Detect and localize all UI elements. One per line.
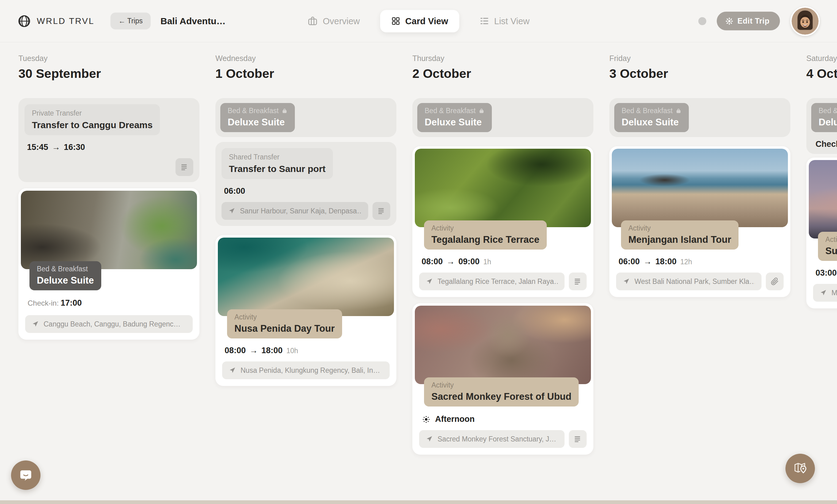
tab-list-view-label: List View <box>494 16 530 26</box>
brand-name: WRLD TRVL <box>37 16 94 26</box>
status-dot <box>698 17 706 25</box>
brand-logo: WRLD TRVL <box>17 14 94 28</box>
hotel-badge-locked: Bed & Breakfast Deluxe Suite <box>811 103 837 132</box>
card-activity-sunset[interactable]: Activity Sunse 03:00 Mou <box>806 157 837 309</box>
tab-overview[interactable]: Overview <box>307 16 360 26</box>
activity-badge: Activity Nusa Penida Day Tour <box>227 309 342 338</box>
tab-overview-label: Overview <box>323 16 360 26</box>
day-cards: Bed & Breakfast Deluxe Suite Shared Tran… <box>215 98 396 386</box>
checkin-row: Check-in: 17:00 <box>25 298 193 308</box>
day-column-saturday: Saturday 4 October Bed & Breakfast Delux <box>806 54 837 500</box>
attachment-button[interactable] <box>766 273 784 290</box>
card-category: Bed & Breakfast <box>819 107 837 115</box>
card-title: Nusa Penida Day Tour <box>234 323 335 334</box>
start-time: 06:00 <box>224 186 245 196</box>
card-activity-monkey-forest[interactable]: Activity Sacred Monkey Forest of Ubud <box>412 303 593 455</box>
gear-icon <box>725 17 733 25</box>
navigation-arrow-icon <box>426 436 433 442</box>
photo-sunset-sky <box>809 160 837 239</box>
location-text: Tegallalang Rice Terrace, Jalan Raya… <box>438 277 558 286</box>
card-activity-tegalalang[interactable]: Activity Tegalalang Rice Terrace 08:00 →… <box>412 146 593 297</box>
weekday-label: Tuesday <box>18 54 199 63</box>
hotel-badge-locked: Bed & Breakfast Deluxe Suite <box>614 103 689 132</box>
weekday-label: Wednesday <box>215 54 396 63</box>
card-title: Deluxe Suite <box>425 117 484 128</box>
day-column-tuesday: Tuesday 30 September Private Transfer Tr… <box>18 54 199 500</box>
card-category: Activity <box>825 236 837 244</box>
trip-title: Bali Adventu… <box>160 16 226 26</box>
card-title: Menjangan Island Tour <box>628 234 731 245</box>
card-hotel-deluxe-suite[interactable]: Bed & Breakfast Deluxe Suite Check-in: 1… <box>18 188 199 340</box>
transfer-heading: Private Transfer Transfer to Canggu Drea… <box>24 104 160 135</box>
start-time: 15:45 <box>27 143 48 152</box>
activity-badge: Activity Sacred Monkey Forest of Ubud <box>424 377 578 407</box>
map-fab-button[interactable] <box>785 454 815 483</box>
edit-trip-label: Edit Trip <box>737 17 770 25</box>
card-title: Tegalalang Rice Terrace <box>431 234 539 245</box>
card-activity-nusa-penida[interactable]: Activity Nusa Penida Day Tour 08:00 → 18… <box>215 235 396 386</box>
card-hotel-locked[interactable]: Bed & Breakfast Deluxe Suite Check-out: <box>806 98 837 154</box>
location-pill[interactable]: Mou <box>813 284 837 302</box>
lock-icon <box>479 108 484 114</box>
notes-button[interactable] <box>569 273 587 290</box>
list-icon <box>480 16 489 26</box>
grid-icon <box>391 17 400 26</box>
notes-button[interactable] <box>176 158 193 176</box>
back-to-trips-button[interactable]: ← Trips <box>110 13 150 30</box>
card-title: Transfer to Canggu Dreams <box>32 120 153 130</box>
day-column-wednesday: Wednesday 1 October Bed & Breakfast Delu <box>215 54 396 500</box>
start-time: 08:00 <box>422 257 443 266</box>
location-pill[interactable]: Sacred Monkey Forest Sanctuary, J… <box>419 430 565 448</box>
photo-island-beach <box>612 149 788 227</box>
location-text: Sacred Monkey Forest Sanctuary, J… <box>438 435 556 443</box>
time-range: 08:00 → 18:00 10h <box>222 346 390 355</box>
day-cards: Bed & Breakfast Deluxe Suite Check-out: <box>806 98 837 309</box>
card-title: Transfer to Sanur port <box>229 164 325 174</box>
category-text: Bed & Breakfast <box>819 107 837 115</box>
card-hotel-locked[interactable]: Bed & Breakfast Deluxe Suite <box>609 98 790 137</box>
time-range: 03:00 <box>813 268 837 278</box>
card-private-transfer[interactable]: Private Transfer Transfer to Canggu Drea… <box>18 98 199 182</box>
card-title: Deluxe Suite <box>37 275 94 286</box>
app-header: WRLD TRVL ← Trips Bali Adventu… Overview <box>0 0 837 42</box>
arrow-glyph: → <box>52 143 60 152</box>
notes-icon <box>574 277 582 285</box>
card-activity-menjangan[interactable]: Activity Menjangan Island Tour 06:00 → 1… <box>609 146 790 297</box>
duration-label: 1h <box>483 258 491 266</box>
header-right: Edit Trip <box>698 6 820 36</box>
duration-label: 12h <box>680 258 692 266</box>
location-pill[interactable]: Canggu Beach, Canggu, Badung Regenc… <box>25 315 193 333</box>
end-time: 18:00 <box>655 257 677 266</box>
notes-button[interactable] <box>569 430 587 448</box>
card-category: Bed & Breakfast <box>228 107 287 115</box>
edit-trip-button[interactable]: Edit Trip <box>717 12 780 30</box>
card-category: Activity <box>234 313 335 321</box>
location-pill[interactable]: Tegallalang Rice Terrace, Jalan Raya… <box>419 273 565 290</box>
location-pill[interactable]: Sanur Harbour, Sanur Kaja, Denpasa… <box>221 202 368 220</box>
day-cards: Bed & Breakfast Deluxe Suite <box>412 98 593 455</box>
chat-bubble-icon <box>18 468 33 483</box>
lock-icon <box>282 108 287 114</box>
tab-card-view[interactable]: Card View <box>380 10 459 32</box>
card-category: Activity <box>431 381 571 389</box>
card-shared-transfer[interactable]: Shared Transfer Transfer to Sanur port 0… <box>215 142 396 226</box>
photo-rice-terrace <box>415 149 591 227</box>
time-range: 15:45 → 16:30 <box>24 143 193 152</box>
card-category: Bed & Breakfast <box>425 107 484 115</box>
checkout-label: Check-out: <box>816 139 837 149</box>
tab-list-view[interactable]: List View <box>480 16 530 26</box>
location-pill[interactable]: West Bali National Park, Sumber Kla… <box>616 273 762 290</box>
photo-nusa-penida-beach <box>218 238 394 316</box>
start-time: 06:00 <box>619 257 640 266</box>
date-label: 4 October <box>806 67 837 81</box>
activity-badge: Activity Sunse <box>818 232 837 261</box>
photo-hotel-interior <box>21 191 197 269</box>
card-hotel-locked[interactable]: Bed & Breakfast Deluxe Suite <box>215 98 396 137</box>
sun-icon <box>422 415 431 424</box>
card-hotel-locked[interactable]: Bed & Breakfast Deluxe Suite <box>412 98 593 137</box>
notes-button[interactable] <box>373 202 390 220</box>
chat-fab-button[interactable] <box>11 461 40 490</box>
hotel-badge: Bed & Breakfast Deluxe Suite <box>30 261 101 290</box>
user-avatar[interactable] <box>790 6 820 36</box>
location-pill[interactable]: Nusa Penida, Klungkung Regency, Bali, In… <box>222 361 390 379</box>
